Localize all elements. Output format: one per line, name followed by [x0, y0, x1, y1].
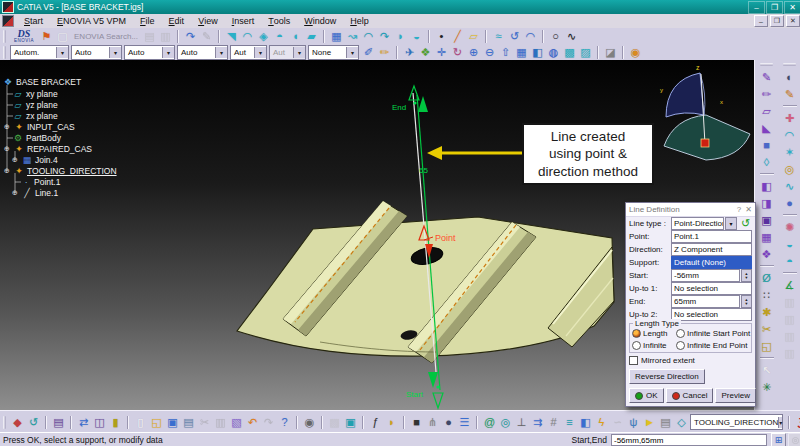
box-half-icon[interactable]: ◧ — [578, 415, 593, 429]
align-icon[interactable]: ⇉ — [530, 415, 545, 429]
sphere-view-icon[interactable]: ● — [441, 415, 456, 429]
fill-surface-icon[interactable]: ◖ — [288, 29, 303, 43]
cap-icon[interactable]: ◓ — [782, 254, 797, 268]
close-surface-icon[interactable]: ▣ — [759, 213, 774, 227]
menu-item-edit[interactable]: Edit — [162, 15, 192, 28]
swap-direction-icon[interactable]: ↺ — [739, 218, 752, 230]
line-icon[interactable]: ╱ — [450, 29, 465, 43]
untrim-icon[interactable]: ▱ — [759, 104, 774, 118]
update-icon[interactable]: ϟ — [594, 415, 609, 429]
hidden-edges-icon[interactable]: ▩ — [562, 45, 577, 59]
camera-icon[interactable]: ◉ — [302, 415, 317, 429]
multi-sections-icon[interactable]: ▦ — [329, 29, 344, 43]
batch-monitor-icon[interactable]: ◫ — [92, 415, 107, 429]
list2-icon[interactable]: ▤ — [658, 415, 673, 429]
catalog-hand-icon[interactable]: ◉ — [628, 45, 643, 59]
paste-gray-icon[interactable]: ▥ — [782, 295, 797, 309]
zoom-out-icon[interactable]: ⊖ — [482, 45, 497, 59]
grid-points-icon[interactable]: ∷ — [759, 288, 774, 302]
tree-item-base-bracket[interactable]: ❖BASE BRACKET — [3, 77, 81, 87]
sweep2-icon[interactable]: ◠ — [782, 128, 797, 142]
mail-icon[interactable]: @ — [482, 415, 497, 429]
fly-mode-icon[interactable]: ✈ — [402, 45, 417, 59]
macro-status-button[interactable]: ◎ — [788, 433, 800, 446]
enovia-open-icon[interactable]: ▤ — [142, 29, 157, 43]
sketcher-icon[interactable]: ◪ — [603, 45, 618, 59]
measure-between-icon[interactable]: ✳ — [759, 380, 774, 394]
compass-anchor[interactable] — [701, 139, 709, 147]
redo-icon[interactable]: ↷ — [261, 415, 276, 429]
people-icon[interactable]: ✺ — [782, 220, 797, 234]
conic-icon[interactable]: ↷ — [377, 29, 392, 43]
revolve-icon[interactable]: ◠ — [240, 29, 255, 43]
tree-item-zx-plane[interactable]: ▱zx plane — [13, 111, 58, 121]
boundary-icon[interactable]: ◠ — [523, 29, 538, 43]
multi-view-icon[interactable]: ▦ — [514, 45, 529, 59]
copy-icon[interactable]: ▥ — [213, 415, 228, 429]
spline-icon[interactable]: ∿ — [564, 29, 579, 43]
end-spinner[interactable]: ▴▾ — [741, 295, 752, 308]
paste-gray4-icon[interactable]: ▥ — [782, 346, 797, 360]
projection-icon[interactable]: ≈ — [491, 29, 506, 43]
chevron-down-icon[interactable]: ▾ — [725, 217, 737, 230]
comment-icon[interactable]: ◗ — [384, 415, 399, 429]
globe-icon[interactable]: ◎ — [498, 415, 513, 429]
tree-item-tooling-direction[interactable]: ⊕✦TOOLING_DIRECTION — [3, 166, 117, 176]
new-document-icon[interactable]: ▯ — [133, 415, 148, 429]
doc-window-button[interactable]: ⊞ — [771, 433, 786, 446]
pencil-icon[interactable]: ✎ — [199, 29, 214, 43]
ball-icon[interactable]: ● — [782, 196, 797, 210]
normal-view-icon[interactable]: ⇧ — [498, 45, 513, 59]
paint-brush-icon[interactable]: ✐ — [361, 45, 376, 59]
formula-icon[interactable]: ƒ — [368, 415, 383, 429]
display-icon[interactable]: ■ — [409, 415, 424, 429]
paste-special-icon[interactable]: ▩ — [327, 415, 342, 429]
tree-item-input-cas[interactable]: ⊕✦INPUT_CAS — [3, 122, 75, 132]
graphic-properties-dropdown-6[interactable]: Aut▾ — [269, 45, 306, 60]
trim-icon[interactable]: ◨ — [759, 196, 774, 210]
start-end-input[interactable] — [611, 434, 767, 446]
paste-gray3-icon[interactable]: ▥ — [782, 329, 797, 343]
radio-icon[interactable] — [632, 341, 641, 350]
toolbar-grip[interactable] — [3, 416, 6, 429]
graphic-properties-dropdown-1[interactable]: Autom.▾ — [10, 45, 69, 60]
wireframe-icon[interactable]: ▨ — [578, 45, 593, 59]
plane-icon[interactable]: ▱ — [466, 29, 481, 43]
whats-this-icon[interactable]: ? — [277, 415, 292, 429]
close-button[interactable]: ✕ — [784, 1, 800, 14]
zoom-in-icon[interactable]: ⊕ — [466, 45, 481, 59]
menu-item-tools[interactable]: Tools — [261, 15, 297, 28]
radio-icon[interactable] — [676, 329, 685, 338]
expander-icon[interactable]: ⊕ — [11, 189, 19, 197]
menu-item-insert[interactable]: Insert — [225, 15, 262, 28]
radio-length[interactable]: Length — [632, 329, 676, 338]
workbench-dropdown[interactable]: TOOLING_DIRECTION▾ — [690, 414, 783, 430]
structure-graph-icon[interactable]: ⋔ — [425, 415, 440, 429]
enovia-new-icon[interactable]: ▢ — [55, 29, 70, 43]
save-icon[interactable]: ▣ — [165, 415, 180, 429]
extrude-icon[interactable]: ◥ — [224, 29, 239, 43]
manipulate-icon[interactable]: ◐ — [782, 70, 797, 84]
expander-icon[interactable]: ⊕ — [3, 123, 11, 131]
split-icon[interactable]: ◧ — [759, 179, 774, 193]
point-icon[interactable]: • — [434, 29, 449, 43]
wedge-icon[interactable]: ◣ — [759, 121, 774, 135]
mdi-minimize-button[interactable]: – — [754, 15, 768, 27]
search-arrow-icon[interactable]: ► — [642, 415, 657, 429]
cut-icon[interactable]: ✂ — [197, 415, 212, 429]
brush-purple-icon[interactable]: ✏ — [759, 87, 774, 101]
menu-item-view[interactable]: View — [191, 15, 225, 28]
dialog-title-bar[interactable]: Line Definition ? ✕ — [626, 203, 755, 217]
exchange-icon[interactable]: ⇄ — [76, 415, 91, 429]
expander-icon[interactable]: ⊕ — [11, 156, 19, 164]
catalog-browser-icon[interactable]: ↺ — [26, 415, 41, 429]
menu-item-enovia-v5-vpm[interactable]: ENOVIA V5 VPM — [50, 15, 133, 28]
dome2-icon[interactable]: ◒ — [782, 237, 797, 251]
menu-item-window[interactable]: Window — [297, 15, 343, 28]
select-cursor-icon[interactable]: ↖ — [759, 363, 774, 377]
paste-icon[interactable]: ▧ — [229, 415, 244, 429]
line-type-field[interactable]: Point-Direction — [671, 217, 724, 230]
mirrored-extent-checkbox[interactable] — [629, 356, 638, 365]
data-readiness-icon[interactable]: ▤ — [51, 415, 66, 429]
tree-item-yz-plane[interactable]: ▱yz plane — [13, 100, 58, 110]
